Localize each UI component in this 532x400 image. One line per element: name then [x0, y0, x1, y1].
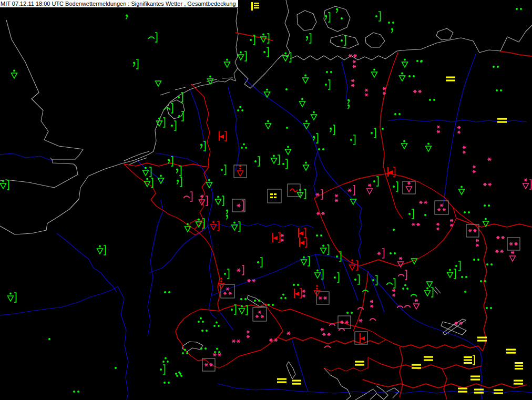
weather-symbol-dot: [464, 291, 466, 293]
weather-symbol-dot: [286, 127, 288, 129]
weather-symbol-mist3: [515, 362, 523, 370]
title-text: MIT 07.12.11 18:00 UTC Bodenwettermeldun…: [1, 1, 236, 7]
weather-app-window: MIT 07.12.11 18:00 UTC Bodenwettermeldun…: [0, 0, 532, 400]
weather-symbol-dot: [341, 17, 343, 19]
weather-symbol-dot: [115, 367, 117, 369]
weather-map[interactable]: [0, 0, 532, 400]
weather-symbol-dot: [48, 338, 50, 340]
weather-symbol-dot: [393, 229, 395, 231]
weather-symbol-dot: [382, 128, 384, 130]
map-background: [0, 0, 532, 400]
weather-symbol-dot: [424, 214, 426, 216]
weather-symbol-dot: [285, 88, 288, 90]
title-bar: MIT 07.12.11 18:00 UTC Bodenwettermeldun…: [0, 0, 239, 8]
weather-symbol-dot: [420, 60, 422, 63]
